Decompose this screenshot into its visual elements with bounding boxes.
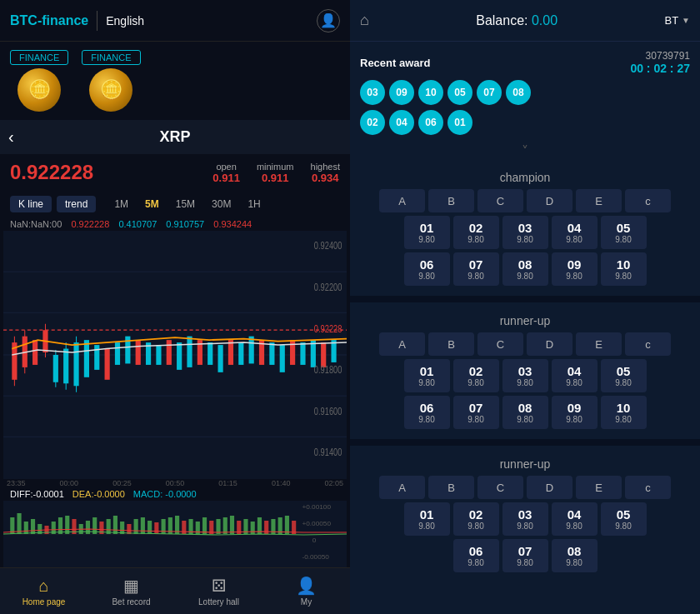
coin-card-1[interactable]: FINANCE 🪙 — [10, 50, 68, 112]
app-title: BTC-finance — [10, 13, 88, 28]
number-button[interactable]: 029.80 — [453, 502, 499, 536]
number-button[interactable]: 109.80 — [601, 396, 647, 429]
recent-title: Recent award — [360, 57, 431, 69]
number-button[interactable]: 069.80 — [404, 396, 450, 429]
svg-rect-19 — [84, 340, 89, 377]
number-button[interactable]: 039.80 — [502, 359, 548, 392]
bet-nav-icon: ▦ — [123, 576, 139, 596]
user-icon[interactable]: 👤 — [317, 9, 340, 32]
number-button[interactable]: 099.80 — [552, 396, 598, 429]
number-button[interactable]: 089.80 — [502, 252, 548, 286]
section-title-0: champion — [350, 162, 700, 189]
number-button[interactable]: 059.80 — [601, 502, 647, 536]
col-header: c — [625, 476, 671, 499]
nav-my[interactable]: 👤 My — [262, 568, 350, 614]
svg-rect-31 — [208, 342, 212, 365]
number-button[interactable]: 019.80 — [404, 502, 450, 536]
num-odds: 9.80 — [418, 378, 434, 387]
col-header: D — [527, 476, 572, 499]
number-button[interactable]: 079.80 — [502, 539, 548, 572]
number-row: 019.80029.80039.80049.80059.80 — [358, 502, 692, 536]
balance-area: Balance: 0.00 — [369, 13, 665, 28]
num-odds: 9.80 — [418, 235, 434, 244]
number-button[interactable]: 039.80 — [502, 502, 548, 536]
col-headers-2: ABCDEc — [350, 476, 700, 502]
col-header: E — [576, 189, 622, 212]
number-button[interactable]: 069.80 — [404, 252, 450, 286]
time-1h[interactable]: 1H — [241, 196, 267, 212]
currency-badge[interactable]: BT ▼ — [664, 14, 690, 27]
min-stat: minimum 0.911 — [257, 162, 294, 184]
number-button[interactable]: 079.80 — [453, 252, 499, 286]
section-separator — [350, 296, 700, 302]
num-value: 03 — [518, 221, 532, 235]
number-button[interactable]: 079.80 — [453, 396, 499, 429]
draw-id: 30739791 — [630, 50, 690, 62]
back-button[interactable]: ‹ — [8, 127, 14, 147]
high-stat: highest 0.934 — [311, 162, 340, 184]
x-labels: 23:35 00:00 00:25 00:50 01:15 01:40 02:0… — [0, 479, 350, 487]
time-30m[interactable]: 30M — [205, 196, 238, 212]
number-button[interactable]: 099.80 — [552, 252, 598, 286]
number-row: 019.80029.80039.80049.80059.80 — [358, 216, 692, 249]
recent-row1: Recent award 30739791 00 : 02 : 27 — [360, 50, 690, 75]
svg-rect-40 — [300, 342, 305, 365]
language-label[interactable]: English — [106, 14, 144, 27]
number-button[interactable]: 019.80 — [404, 216, 450, 249]
x-label-5: 01:40 — [272, 479, 291, 487]
coin-label-1: FINANCE — [10, 50, 68, 65]
nav-bet[interactable]: ▦ Bet record — [88, 568, 175, 614]
time-1m[interactable]: 1M — [108, 196, 135, 212]
number-button[interactable]: 089.80 — [552, 539, 598, 572]
number-button[interactable]: 109.80 — [601, 252, 647, 286]
num-odds: 9.80 — [566, 235, 582, 244]
x-label-4: 01:15 — [218, 479, 238, 487]
coin-card-2[interactable]: FINANCE 🪙 — [82, 50, 140, 112]
kline-button[interactable]: K line — [10, 196, 52, 212]
svg-rect-34 — [238, 342, 243, 365]
svg-rect-39 — [290, 340, 295, 365]
time-5m[interactable]: 5M — [138, 196, 166, 212]
number-button[interactable]: 069.80 — [453, 539, 499, 572]
num-value: 07 — [518, 544, 532, 558]
nav-lottery[interactable]: ⚄ Lottery hall — [175, 568, 262, 614]
number-button[interactable]: 059.80 — [601, 216, 647, 249]
col-header: D — [527, 189, 572, 212]
svg-text:0.92200: 0.92200 — [314, 281, 342, 292]
time-15m[interactable]: 15M — [169, 196, 202, 212]
number-button[interactable]: 019.80 — [404, 359, 450, 392]
svg-rect-59 — [58, 517, 62, 534]
nav-home[interactable]: ⌂ Home page — [0, 568, 88, 614]
number-button[interactable]: 039.80 — [502, 216, 548, 249]
number-button[interactable]: 089.80 — [502, 396, 548, 429]
right-home-icon[interactable]: ⌂ — [360, 12, 369, 29]
chevron-expand[interactable]: ˅ — [350, 140, 700, 162]
svg-text:-0.00050: -0.00050 — [302, 553, 329, 561]
number-button[interactable]: 029.80 — [453, 216, 499, 249]
number-button[interactable]: 029.80 — [453, 359, 499, 392]
num-odds: 9.80 — [615, 522, 631, 531]
section-title-2: runner-up — [350, 449, 700, 476]
col-header: A — [379, 189, 425, 212]
balls-row-2: 02040601 — [360, 110, 690, 135]
x-label-1: 00:00 — [60, 479, 79, 487]
number-button[interactable]: 049.80 — [552, 216, 598, 249]
num-odds: 9.80 — [468, 235, 483, 244]
svg-rect-27 — [167, 340, 172, 365]
lottery-ball: 05 — [448, 80, 472, 105]
ticker-name: XRP — [159, 128, 190, 146]
currency-label: BT — [664, 14, 678, 27]
number-button[interactable]: 059.80 — [601, 359, 647, 392]
col-headers-0: ABCDEc — [350, 189, 700, 216]
trend-button[interactable]: trend — [57, 196, 96, 212]
dropdown-arrow-icon: ▼ — [682, 16, 690, 25]
num-value: 05 — [617, 221, 631, 235]
num-value: 01 — [420, 221, 434, 235]
chart-info-row: NaN:NaN:00 0.922228 0.410707 0.910757 0.… — [0, 217, 350, 231]
lottery-ball: 03 — [360, 80, 385, 105]
number-button[interactable]: 049.80 — [552, 359, 598, 392]
lottery-ball: 10 — [418, 80, 443, 105]
svg-rect-10 — [32, 340, 38, 365]
number-grid-0: 019.80029.80039.80049.80059.80069.80079.… — [350, 216, 700, 292]
number-button[interactable]: 049.80 — [552, 502, 598, 536]
